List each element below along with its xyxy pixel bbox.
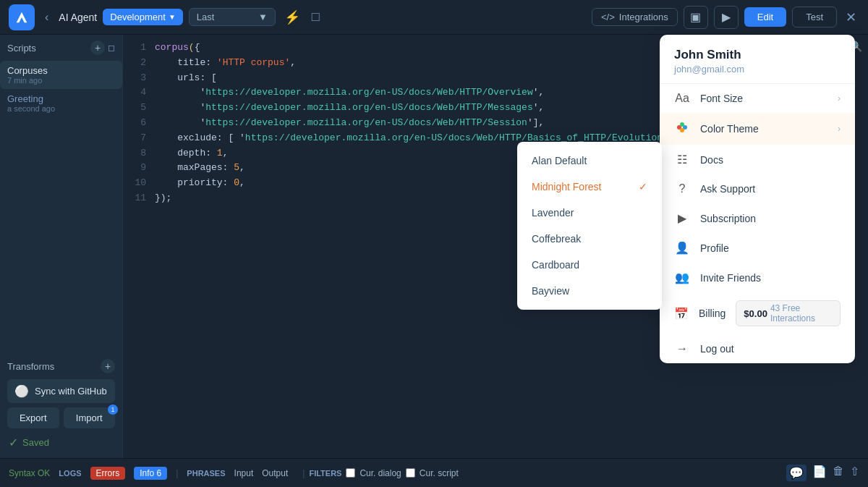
svg-marker-0: [17, 12, 27, 22]
menu-item-docs[interactable]: ☷ Docs: [660, 145, 855, 174]
transforms-title: Transforms: [7, 361, 101, 372]
ct-check-icon: ✓: [639, 181, 647, 192]
ask-support-icon: ?: [674, 182, 690, 195]
export-import-row: Export Import 1: [7, 407, 115, 428]
menu-item-font-size[interactable]: Aa Font Size ›: [660, 84, 855, 113]
profile-panel: John Smith john@gmail.com Aa Font Size ›…: [660, 35, 855, 363]
transforms-header: Transforms +: [7, 359, 115, 373]
profile-name: John Smith: [674, 48, 841, 62]
filters-label: FILTERS: [309, 469, 341, 478]
last-dropdown-arrow: ▼: [258, 12, 268, 22]
scripts-collapse-button[interactable]: ◻: [108, 43, 115, 53]
sidebar: Scripts + ◻ Corpuses 7 min ago Greeting …: [0, 35, 123, 458]
dev-dropdown-arrow: ▼: [169, 13, 176, 21]
font-size-icon: Aa: [674, 92, 690, 105]
cur-dialog-checkbox[interactable]: [346, 468, 355, 478]
billing-icon: 📅: [674, 307, 689, 321]
scripts-section-header: Scripts + ◻: [0, 35, 122, 61]
github-sync-button[interactable]: ⚪ Sync with GitHub: [7, 379, 115, 403]
font-size-arrow: ›: [838, 93, 841, 103]
profile-email: john@gmail.com: [674, 64, 841, 75]
check-icon: ✓: [9, 436, 18, 449]
menu-item-invite-friends[interactable]: 👥 Invite Friends: [660, 263, 855, 292]
menu-item-billing[interactable]: 📅 Billing $0.00 43 Free Interactions: [660, 292, 855, 334]
syntax-ok-label: Syntax OK: [9, 468, 50, 478]
ct-item-midnight-forest[interactable]: Midnight Forest ✓: [517, 174, 662, 200]
chevron-up-icon[interactable]: ⇧: [850, 465, 859, 481]
color-theme-arrow: ›: [838, 124, 841, 134]
saved-label: Saved: [22, 437, 49, 448]
color-theme-label: Color Theme: [700, 123, 827, 135]
svg-point-4: [680, 128, 684, 132]
menu-item-ask-support[interactable]: ? Ask Support: [660, 174, 855, 203]
scripts-add-button[interactable]: +: [90, 41, 105, 55]
dev-badge[interactable]: Development ▼: [103, 9, 183, 25]
output-tab[interactable]: Output: [262, 468, 288, 478]
import-button[interactable]: Import 1: [64, 407, 116, 428]
ct-item-cardboard[interactable]: Cardboard: [517, 252, 662, 278]
cur-script-label: Cur. script: [420, 468, 459, 478]
import-badge: 1: [108, 405, 118, 415]
integrations-button[interactable]: </> Integrations: [592, 8, 678, 26]
nav-back-button[interactable]: ‹: [41, 8, 53, 27]
ct-item-bayview[interactable]: Bayview: [517, 278, 662, 304]
play-button[interactable]: ▶: [714, 6, 739, 29]
invite-icon: 👥: [674, 271, 690, 284]
logs-label: LOGS: [59, 469, 81, 478]
logout-icon: →: [674, 342, 690, 355]
menu-item-color-theme[interactable]: Color Theme ›: [660, 113, 855, 145]
filters-section: | FILTERS Cur. dialog Cur. script: [302, 468, 459, 478]
github-icon: ⚪: [14, 384, 29, 398]
profile-icon: 👤: [674, 241, 690, 255]
export-button[interactable]: Export: [7, 407, 59, 428]
trash-icon[interactable]: 🗑: [833, 465, 844, 481]
ct-item-lavender[interactable]: Lavender: [517, 200, 662, 226]
docs-icon: ☷: [674, 153, 690, 166]
test-button[interactable]: Test: [792, 7, 837, 27]
ct-item-coffebreak[interactable]: Coffebreak: [517, 226, 662, 252]
saved-row: ✓ Saved: [7, 433, 115, 452]
transforms-add-button[interactable]: +: [101, 359, 115, 373]
color-theme-icon: [674, 121, 690, 137]
cur-script-checkbox[interactable]: [406, 468, 415, 478]
pin-button[interactable]: ⚡: [281, 7, 303, 28]
edit-button[interactable]: Edit: [744, 7, 786, 27]
cur-dialog-label: Cur. dialog: [359, 468, 401, 478]
subscription-icon: ▶: [674, 211, 690, 225]
transforms-section: Transforms + ⚪ Sync with GitHub Export I…: [0, 353, 122, 458]
file-icon[interactable]: 📄: [812, 465, 827, 481]
errors-badge[interactable]: Errors: [90, 467, 126, 480]
scripts-title: Scripts: [7, 43, 88, 54]
billing-badge: $0.00 43 Free Interactions: [736, 300, 841, 326]
chart-button[interactable]: ▣: [684, 6, 708, 29]
info-badge[interactable]: Info 6: [134, 467, 167, 480]
sidebar-item-greeting[interactable]: Greeting a second ago: [0, 89, 122, 117]
bottom-icons: 💬 📄 🗑 ⇧: [786, 465, 859, 481]
topbar: ‹ AI Agent Development ▼ Last ▼ ⚡ □ </> …: [0, 0, 868, 35]
ct-item-alan-default[interactable]: Alan Default: [517, 148, 662, 174]
profile-header: John Smith john@gmail.com: [660, 35, 855, 84]
statusbar: Syntax OK LOGS Errors Info 6 | PHRASES I…: [0, 458, 868, 487]
menu-item-subscription[interactable]: ▶ Subscription: [660, 203, 855, 233]
last-select[interactable]: Last ▼: [189, 8, 276, 26]
input-tab[interactable]: Input: [234, 468, 254, 478]
copy-button[interactable]: □: [309, 7, 323, 27]
menu-item-logout[interactable]: → Log out: [660, 334, 855, 363]
menu-item-profile[interactable]: 👤 Profile: [660, 233, 855, 263]
close-button[interactable]: ✕: [843, 7, 859, 28]
agent-label: AI Agent: [59, 12, 97, 23]
color-theme-dropdown: Alan Default Midnight Forest ✓ Lavender …: [517, 142, 662, 310]
integrations-code-icon: </>: [601, 12, 615, 22]
logo-button[interactable]: [9, 4, 35, 30]
phrases-label: PHRASES: [187, 469, 225, 478]
sidebar-item-corpuses[interactable]: Corpuses 7 min ago: [0, 61, 122, 89]
chat-icon[interactable]: 💬: [786, 465, 807, 481]
